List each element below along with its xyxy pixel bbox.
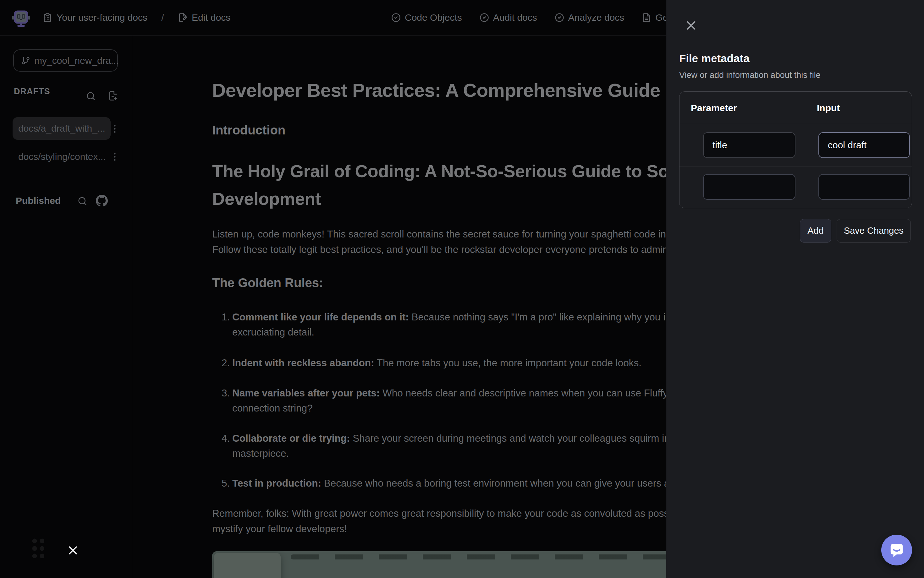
chat-launcher-button[interactable] bbox=[881, 535, 912, 565]
close-icon[interactable] bbox=[685, 19, 698, 32]
app-window: Your user-facing docs / Edit docs Code O… bbox=[0, 0, 924, 578]
column-header-parameter: Parameter bbox=[691, 103, 737, 114]
value-input-1[interactable]: cool draft bbox=[818, 132, 910, 158]
drawer-title: File metadata bbox=[679, 52, 750, 65]
table-divider bbox=[680, 124, 912, 124]
parameter-input-2[interactable] bbox=[703, 174, 795, 200]
table-divider bbox=[680, 166, 912, 167]
column-header-input: Input bbox=[817, 103, 840, 114]
add-button[interactable]: Add bbox=[800, 219, 831, 242]
drawer-subtitle: View or add information about this file bbox=[679, 70, 821, 80]
parameter-input-1[interactable]: title bbox=[703, 132, 795, 158]
save-changes-button[interactable]: Save Changes bbox=[837, 219, 911, 242]
value-input-2[interactable] bbox=[818, 174, 910, 200]
widget-close-icon[interactable] bbox=[68, 546, 78, 555]
chat-bubble-icon bbox=[888, 541, 906, 559]
metadata-table: Parameter Input title cool draft bbox=[679, 91, 912, 208]
file-metadata-drawer: File metadata View or add information ab… bbox=[666, 0, 924, 578]
